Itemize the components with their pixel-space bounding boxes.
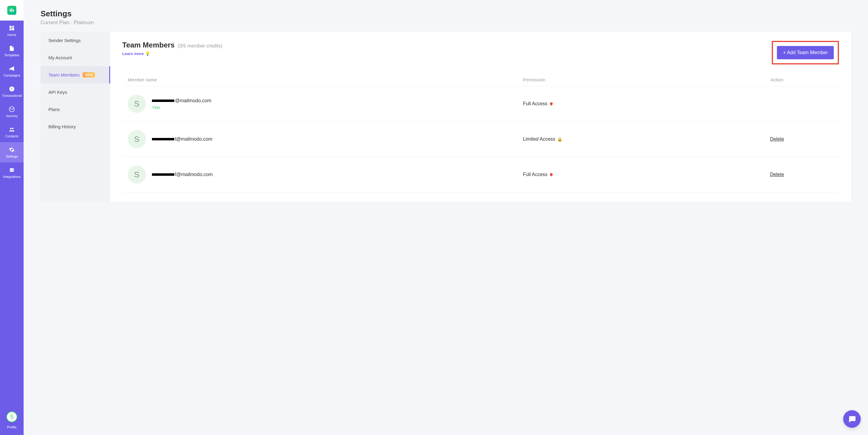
content-wrap: Sender Settings My Account Team Members …	[24, 32, 868, 213]
svg-rect-3	[10, 26, 12, 28]
logo-area[interactable]	[0, 0, 24, 21]
member-email: f@mailmodo.com	[152, 172, 213, 177]
member-avatar: S	[128, 165, 146, 183]
settings-nav-sender[interactable]: Sender Settings	[40, 32, 110, 49]
lock-icon: 🔒	[557, 137, 562, 141]
nav-journey[interactable]: Journey	[0, 102, 24, 122]
main-content: Settings Current Plan : Platinum Sender …	[24, 0, 868, 435]
action-cell: Delete	[721, 136, 834, 142]
nav-home[interactable]: Home	[0, 21, 24, 41]
email-suffix: @mailmodo.com	[175, 98, 211, 103]
nav-label: Templates	[4, 53, 19, 57]
redacted-text	[152, 100, 174, 102]
nav-profile[interactable]: S Profile	[0, 407, 24, 429]
add-team-member-button[interactable]: + Add Team Member	[777, 46, 834, 59]
panel-header: Team Members (3/5 member credits) Learn …	[122, 41, 839, 64]
campaigns-icon	[8, 65, 15, 72]
shield-icon	[549, 172, 553, 177]
settings-nav-team[interactable]: Team Members NEW	[40, 66, 110, 83]
th-permission: Permission	[523, 77, 721, 82]
table-row: S l@mailmodo.com Limited Access 🔒 Delete	[122, 122, 839, 157]
settings-icon	[8, 146, 15, 153]
redacted-text	[152, 173, 174, 176]
delete-link[interactable]: Delete	[770, 172, 784, 177]
settings-nav-plans[interactable]: Plans	[40, 101, 110, 118]
nav-label: Campaigns	[3, 73, 20, 77]
settings-nav-label: Sender Settings	[49, 38, 81, 43]
svg-rect-0	[10, 9, 10, 12]
chat-widget-button[interactable]	[843, 410, 861, 428]
members-table: Member name Permission Action S @mailmod…	[122, 73, 839, 192]
email-suffix: l@mailmodo.com	[175, 136, 213, 142]
settings-nav-label: Billing History	[49, 124, 76, 129]
table-header: Member name Permission Action	[122, 73, 839, 86]
permission-cell: Full Access	[523, 172, 721, 177]
svg-rect-1	[11, 8, 12, 12]
avatar-initial: S	[134, 99, 139, 109]
settings-nav-account[interactable]: My Account	[40, 49, 110, 66]
table-row: S f@mailmodo.com Full Access Delete	[122, 157, 839, 192]
contacts-icon	[8, 126, 15, 133]
avatar-initial: S	[134, 170, 139, 179]
settings-nav-label: My Account	[49, 55, 72, 60]
nav-label: Profile	[7, 425, 17, 429]
permission-cell: Limited Access 🔒	[523, 136, 721, 142]
avatar-initial: S	[134, 135, 139, 144]
you-tag: You	[152, 105, 211, 110]
sidebar: Home Templates Campaigns Transactional J…	[0, 0, 24, 435]
svg-rect-4	[12, 26, 14, 27]
settings-nav-label: Plans	[49, 107, 60, 112]
nav-transactional[interactable]: Transactional	[0, 81, 24, 102]
settings-nav-billing[interactable]: Billing History	[40, 118, 110, 135]
settings-nav: Sender Settings My Account Team Members …	[40, 32, 110, 201]
permission-text: Full Access	[523, 101, 548, 106]
member-email: l@mailmodo.com	[152, 136, 213, 142]
permission-text: Limited Access	[523, 136, 555, 142]
home-icon	[8, 25, 15, 31]
app-logo-icon	[7, 6, 17, 15]
panel-title: Team Members	[122, 41, 175, 49]
integrations-icon	[8, 167, 15, 173]
permission-cell: Full Access	[523, 101, 721, 106]
th-action: Action	[721, 77, 834, 82]
page-title: Settings	[40, 9, 851, 19]
learn-more-link[interactable]: Learn more 💡	[122, 51, 222, 56]
svg-rect-5	[12, 28, 14, 30]
nav-label: Settings	[6, 155, 18, 158]
svg-point-9	[10, 128, 11, 129]
delete-link[interactable]: Delete	[770, 136, 784, 141]
permission-text: Full Access	[523, 172, 548, 177]
member-email: @mailmodo.com	[152, 98, 211, 103]
journey-icon	[8, 106, 15, 112]
nav-label: Transactional	[2, 94, 22, 97]
settings-nav-label: Team Members	[49, 72, 80, 77]
redacted-text	[152, 138, 174, 140]
nav-label: Journey	[6, 114, 18, 118]
email-suffix: f@mailmodo.com	[175, 172, 213, 177]
settings-nav-api[interactable]: API Keys	[40, 83, 110, 101]
lightbulb-icon: 💡	[145, 51, 150, 56]
shield-icon	[549, 102, 553, 106]
member-avatar: S	[128, 130, 146, 148]
nav-campaigns[interactable]: Campaigns	[0, 61, 24, 81]
team-panel: Team Members (3/5 member credits) Learn …	[110, 32, 851, 201]
new-badge: NEW	[83, 72, 95, 77]
nav-integrations[interactable]: Integrations	[0, 162, 24, 183]
learn-more-text: Learn more	[122, 52, 144, 56]
chat-icon	[848, 415, 856, 423]
table-row: S @mailmodo.com You Full Access	[122, 86, 839, 122]
highlight-annotation: + Add Team Member	[772, 41, 839, 64]
member-credits: (3/5 member credits)	[178, 43, 222, 49]
templates-icon	[8, 45, 15, 52]
page-header: Settings Current Plan : Platinum	[24, 0, 868, 32]
action-cell: Delete	[721, 172, 834, 177]
svg-rect-2	[13, 9, 14, 12]
nav-templates[interactable]: Templates	[0, 41, 24, 61]
nav-settings[interactable]: Settings	[0, 142, 24, 162]
th-name: Member name	[128, 77, 523, 82]
settings-nav-label: API Keys	[49, 90, 67, 95]
nav-contacts[interactable]: Contacts	[0, 122, 24, 142]
profile-avatar: S	[6, 411, 17, 422]
transactional-icon	[8, 86, 15, 92]
plan-subtitle: Current Plan : Platinum	[40, 20, 851, 26]
